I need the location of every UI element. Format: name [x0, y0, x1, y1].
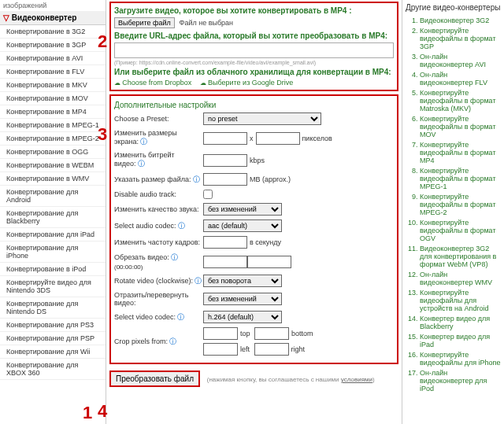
sidebar-item-11[interactable]: Конвертирование в WMV	[0, 172, 106, 186]
disable-audio-checkbox[interactable]	[203, 190, 213, 199]
info-icon[interactable]: ⓘ	[140, 138, 147, 146]
right-link-7[interactable]: Конвертируйте видеофайлы в формат MPEG-1	[420, 167, 501, 190]
preset-select[interactable]: no preset	[203, 112, 321, 125]
info-icon[interactable]: ⓘ	[171, 253, 178, 261]
url-title: Введите URL-адрес файла, который вы хоти…	[114, 31, 394, 40]
crop-left-input[interactable]	[203, 343, 238, 356]
terms-text: (нажимая кнопку, вы соглашаетесь с нашим…	[207, 376, 375, 383]
cloud-title: Или выберите файл из облачного хранилища…	[114, 68, 394, 76]
crop-right-input[interactable]	[254, 343, 289, 356]
right-link-14[interactable]: Конвертер видео для iPad	[420, 333, 501, 348]
audio-quality-select[interactable]: без изменений	[203, 203, 282, 216]
sidebar-item-3[interactable]: Конвертирование в FLV	[0, 65, 106, 79]
size-label: Изменить размеры экрана:ⓘ	[114, 129, 203, 147]
sidebar-item-20[interactable]: Конвертирование для PSP	[0, 332, 106, 345]
upload-box: Загрузите видео, которое вы хотите конве…	[109, 2, 398, 91]
filesize-input[interactable]	[203, 173, 247, 186]
height-input[interactable]	[256, 132, 300, 145]
upload-title: Загрузите видео, которое вы хотите конве…	[114, 6, 394, 15]
sidebar-item-17[interactable]: Конвертируйте видео для Nintendo 3DS	[0, 276, 106, 297]
info-icon[interactable]: ⓘ	[193, 175, 200, 183]
left-header: изображений	[0, 0, 106, 11]
annotation-4: 4	[98, 401, 107, 422]
info-icon[interactable]: ⓘ	[138, 160, 145, 168]
fps-input[interactable]	[203, 236, 247, 249]
sidebar-item-22[interactable]: Конвертирование для XBOX 360	[0, 359, 106, 380]
right-link-9[interactable]: Конвертируйте видеофайлы в формат OGV	[420, 219, 501, 242]
annotation-2: 2	[98, 31, 107, 52]
annotation-3: 3	[98, 124, 107, 145]
sidebar-item-13[interactable]: Конвертирование для Blackberry	[0, 207, 106, 228]
right-link-15[interactable]: Конвертируйте видеофайлы для iPhone	[420, 351, 501, 367]
video-codec-select[interactable]: h.264 (default)	[203, 311, 282, 323]
info-icon[interactable]: ⓘ	[195, 277, 202, 285]
flip-label: Отразить/перевернуть видео:	[114, 291, 203, 307]
right-link-16[interactable]: Он-лайн видеоконвертер для iPod	[420, 369, 501, 393]
right-link-2[interactable]: Он-лайн видеоконвертер AVI	[420, 53, 501, 68]
right-link-12[interactable]: Конвертируйте видеофайлы для устройств н…	[420, 289, 501, 312]
right-link-10[interactable]: Видеоконвертер 3G2 для конвертирования в…	[420, 245, 501, 268]
sidebar-item-8[interactable]: Конвертирование в MPEG-2	[0, 132, 106, 146]
terms-link[interactable]: условиями	[341, 376, 372, 383]
sidebar-item-9[interactable]: Конвертирование в OGG	[0, 146, 106, 159]
sidebar-item-5[interactable]: Конвертирование в MOV	[0, 92, 106, 105]
settings-header: Дополнительные настройки	[114, 101, 394, 109]
video-codec-label: Select video codec:ⓘ	[114, 312, 203, 323]
flip-select[interactable]: без изменений	[203, 293, 282, 305]
right-link-11[interactable]: Он-лайн видеоконвертер WMV	[420, 271, 501, 286]
sidebar-item-7[interactable]: Конвертирование в MPEG-1	[0, 119, 106, 132]
right-link-3[interactable]: Он-лайн видеоконвертер FLV	[420, 71, 501, 87]
audio-quality-label: Изменить качество звука:	[114, 205, 203, 213]
url-hint: (Пример: https://cdn.online-convert.com/…	[114, 60, 394, 65]
fps-label: Изменить частоту кадров:	[114, 238, 203, 246]
sidebar-item-18[interactable]: Конвертирование для Nintendo DS	[0, 297, 106, 319]
audio-codec-label: Select audio codec:ⓘ	[114, 221, 203, 231]
right-link-0[interactable]: Видеоконвертер 3G2	[420, 17, 501, 24]
left-section-title[interactable]: Видеоконвертер	[0, 11, 106, 25]
sidebar-item-6[interactable]: Конвертирование в MP4	[0, 105, 106, 119]
disable-audio-label: Disable audio track:	[114, 190, 203, 198]
sidebar-item-1[interactable]: Конвертирование в 3GP	[0, 39, 106, 52]
sidebar-item-4[interactable]: Конвертирование в MKV	[0, 79, 106, 92]
right-link-6[interactable]: Конвертируйте видеофайлы в формат MP4	[420, 141, 501, 164]
info-icon[interactable]: ⓘ	[169, 337, 176, 345]
settings-box: Дополнительные настройки Choose a Preset…	[109, 94, 398, 364]
right-link-8[interactable]: Конвертируйте видеофайлы в формат MPEG-2	[420, 193, 501, 216]
annotation-1: 1	[83, 403, 92, 423]
crop-label: Crop pixels from:ⓘ	[114, 337, 203, 347]
right-link-4[interactable]: Конвертируйте видеофайлы в формат Matros…	[420, 89, 501, 112]
crop-bottom-input[interactable]	[254, 327, 289, 340]
right-link-5[interactable]: Конвертируйте видеофайлы в формат MOV	[420, 115, 501, 138]
preset-label: Choose a Preset:	[114, 115, 203, 123]
rotate-label: Rotate video (clockwise):ⓘ	[114, 276, 203, 286]
width-input[interactable]	[203, 132, 247, 145]
sidebar-item-12[interactable]: Конвертирование для Android	[0, 186, 106, 207]
info-icon[interactable]: ⓘ	[177, 313, 184, 321]
sidebar-item-21[interactable]: Конвертирование для Wii	[0, 345, 106, 359]
bitrate-input[interactable]	[203, 154, 247, 167]
sidebar-item-10[interactable]: Конвертирование в WEBM	[0, 159, 106, 172]
url-input[interactable]	[114, 42, 394, 58]
right-link-13[interactable]: Конвертер видео для Blackberry	[420, 315, 501, 330]
gdrive-link[interactable]: Выберите из Google Drive	[200, 79, 294, 87]
sidebar-item-16[interactable]: Конвертирование в iPod	[0, 263, 106, 276]
convert-button[interactable]: Преобразовать файл	[109, 371, 200, 387]
filesize-label: Указать размер файла:ⓘ	[114, 175, 203, 185]
trim-start-input[interactable]	[203, 256, 247, 268]
trim-label: Обрезать видео:ⓘ(00:00:00)	[114, 253, 203, 271]
sidebar-item-2[interactable]: Конвертирование в AVI	[0, 52, 106, 65]
info-icon[interactable]: ⓘ	[178, 222, 185, 230]
sidebar-item-14[interactable]: Конвертирование для iPad	[0, 228, 106, 241]
sidebar-item-15[interactable]: Конвертирование для iPhone	[0, 241, 106, 263]
sidebar-item-0[interactable]: Конвертирование в 3G2	[0, 25, 106, 39]
choose-file-button[interactable]: Выберите файл	[114, 17, 175, 28]
trim-end-input[interactable]	[247, 256, 291, 268]
sidebar-item-19[interactable]: Конвертирование для PS3	[0, 319, 106, 332]
rotate-select[interactable]: без поворота	[203, 275, 282, 287]
right-header: Другие видео-конвертеры	[406, 3, 501, 12]
crop-top-input[interactable]	[203, 327, 238, 340]
dropbox-link[interactable]: Choose from Dropbox	[114, 79, 191, 87]
right-link-1[interactable]: Конвертируйте видеофайлы в формат 3GP	[420, 27, 501, 50]
audio-codec-select[interactable]: aac (default)	[203, 219, 282, 232]
bitrate-label: Изменить битрейт видео:ⓘ	[114, 151, 203, 169]
